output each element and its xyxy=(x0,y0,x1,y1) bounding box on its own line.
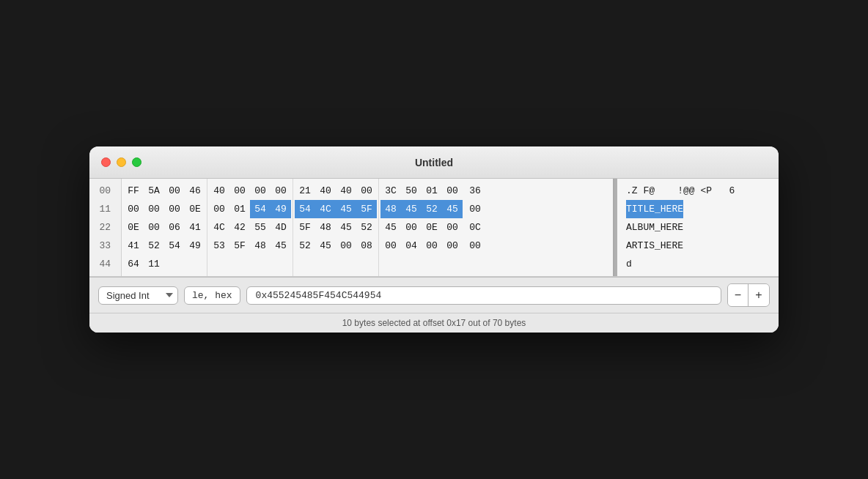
hex-byte[interactable]: 40 xyxy=(209,182,229,200)
hex-byte[interactable]: 00 xyxy=(250,182,271,200)
ascii-selected-text[interactable]: TITLE_HERE xyxy=(626,200,683,218)
maximize-button[interactable] xyxy=(132,157,141,167)
hex-row-0-g1: FF 5A 00 46 xyxy=(123,182,205,200)
hex-byte: __ xyxy=(422,255,442,273)
hex-byte[interactable]: 54 xyxy=(295,200,315,218)
stepper-group: − + xyxy=(727,283,770,307)
hex-byte[interactable]: 49 xyxy=(271,200,291,218)
hex-byte[interactable]: 36 xyxy=(463,182,483,200)
hex-byte[interactable]: 06 xyxy=(164,218,185,237)
hex-byte: __ xyxy=(164,255,185,273)
hex-byte[interactable]: 54 xyxy=(250,200,271,218)
hex-byte[interactable]: 48 xyxy=(250,237,271,255)
hex-byte[interactable]: 41 xyxy=(185,218,205,237)
hex-byte: __ xyxy=(336,255,356,273)
hex-byte[interactable]: 45 xyxy=(401,200,422,218)
hex-byte[interactable]: 45 xyxy=(271,237,291,255)
hex-byte: __ xyxy=(271,255,291,273)
hex-byte[interactable]: 00 xyxy=(463,237,483,255)
hex-byte[interactable]: 52 xyxy=(422,200,442,218)
ascii-row-2: ALBUM_HERE xyxy=(626,218,770,237)
hex-byte[interactable]: 01 xyxy=(422,182,442,200)
hex-byte[interactable]: 4D xyxy=(271,218,291,237)
hex-byte[interactable]: 48 xyxy=(380,200,401,218)
hex-byte[interactable]: 00 xyxy=(209,200,229,218)
minimize-button[interactable] xyxy=(117,157,126,167)
hex-byte[interactable]: 5F xyxy=(295,218,315,237)
hex-byte: __ xyxy=(229,255,250,273)
hex-byte[interactable]: 4C xyxy=(315,200,336,218)
hex-byte[interactable]: 41 xyxy=(123,237,144,255)
hex-byte[interactable]: 0C xyxy=(463,218,483,237)
hex-byte[interactable]: 5F xyxy=(229,237,250,255)
hex-byte[interactable]: 00 xyxy=(401,218,422,237)
hex-byte: __ xyxy=(315,255,336,273)
hex-byte[interactable]: 5F xyxy=(356,200,377,218)
hex-byte[interactable]: 45 xyxy=(336,200,356,218)
hex-byte[interactable]: 04 xyxy=(401,237,422,255)
hex-byte[interactable]: 0E xyxy=(422,218,442,237)
hex-byte: __ xyxy=(442,255,463,273)
close-button[interactable] xyxy=(101,157,111,167)
hex-byte[interactable]: 3C xyxy=(380,182,401,200)
hex-byte[interactable]: 54 xyxy=(164,237,185,255)
hex-row-3-g3: 52 45 00 08 xyxy=(295,237,377,255)
hex-byte: __ xyxy=(185,255,205,273)
hex-byte[interactable]: 00 xyxy=(356,182,377,200)
hex-byte[interactable]: 00 xyxy=(422,237,442,255)
hex-byte[interactable]: 45 xyxy=(315,237,336,255)
hex-byte[interactable]: FF xyxy=(123,182,144,200)
hex-byte[interactable]: 01 xyxy=(229,200,250,218)
increment-button[interactable]: + xyxy=(749,284,769,306)
hex-byte[interactable]: 42 xyxy=(229,218,250,237)
hex-byte[interactable]: 52 xyxy=(295,237,315,255)
hex-byte[interactable]: 50 xyxy=(401,182,422,200)
hex-byte[interactable]: 45 xyxy=(380,218,401,237)
hex-byte: __ xyxy=(295,255,315,273)
hex-byte[interactable]: 00 xyxy=(123,200,144,218)
hex-byte[interactable]: 11 xyxy=(144,255,164,273)
hex-byte[interactable]: 00 xyxy=(164,200,185,218)
bottom-bar: Signed Int Unsigned Int Float le, hex 0x… xyxy=(89,277,779,313)
traffic-lights xyxy=(101,157,141,167)
hex-byte[interactable]: 64 xyxy=(123,255,144,273)
hex-byte[interactable]: 0E xyxy=(123,218,144,237)
hex-byte[interactable]: 00 xyxy=(463,200,483,218)
hex-byte[interactable]: 52 xyxy=(356,218,377,237)
hex-byte[interactable]: 00 xyxy=(442,182,463,200)
status-bar: 10 bytes selected at offset 0x17 out of … xyxy=(89,313,779,333)
hex-byte[interactable]: 21 xyxy=(295,182,315,200)
hex-byte[interactable]: 0E xyxy=(185,200,205,218)
type-selector[interactable]: Signed Int Unsigned Int Float xyxy=(98,286,178,305)
hex-byte[interactable]: 00 xyxy=(144,200,164,218)
hex-byte[interactable]: 40 xyxy=(315,182,336,200)
hex-byte[interactable]: 00 xyxy=(442,218,463,237)
hex-byte[interactable]: 45 xyxy=(442,200,463,218)
hex-byte[interactable]: 49 xyxy=(185,237,205,255)
hex-byte[interactable]: 53 xyxy=(209,237,229,255)
hex-byte[interactable]: 00 xyxy=(164,182,185,200)
hex-byte[interactable]: 52 xyxy=(144,237,164,255)
hex-byte[interactable]: 5A xyxy=(144,182,164,200)
hex-byte[interactable]: 46 xyxy=(185,182,205,200)
hex-byte[interactable]: 4C xyxy=(209,218,229,237)
hex-byte: __ xyxy=(250,255,271,273)
format-label: le, hex xyxy=(184,286,240,305)
decrement-button[interactable]: − xyxy=(728,284,749,306)
hex-byte[interactable]: 08 xyxy=(356,237,377,255)
hex-byte[interactable]: 00 xyxy=(442,237,463,255)
line-44: 44 xyxy=(95,255,115,273)
hex-byte[interactable]: 45 xyxy=(336,218,356,237)
hex-byte: __ xyxy=(209,255,229,273)
hex-byte[interactable]: 00 xyxy=(271,182,291,200)
hex-byte[interactable]: 00 xyxy=(229,182,250,200)
hex-byte[interactable]: 00 xyxy=(336,237,356,255)
hex-row-2-g4: 45 00 0E 00 0C xyxy=(380,218,483,237)
hex-byte[interactable]: 00 xyxy=(380,237,401,255)
hex-row-2-g1: 0E 00 06 41 xyxy=(123,218,205,237)
hex-group-1: FF 5A 00 46 00 00 00 0E 0E xyxy=(122,179,207,276)
hex-byte[interactable]: 40 xyxy=(336,182,356,200)
hex-byte[interactable]: 55 xyxy=(250,218,271,237)
hex-byte[interactable]: 48 xyxy=(315,218,336,237)
hex-byte[interactable]: 00 xyxy=(144,218,164,237)
